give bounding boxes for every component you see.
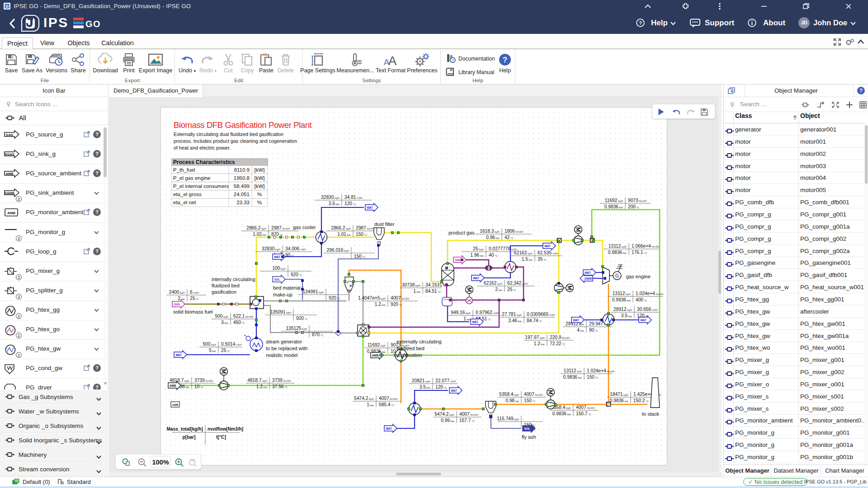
svg-text:585.4 °C: 585.4 °C xyxy=(379,402,394,407)
svg-text:gas engine: gas engine xyxy=(626,274,651,279)
svg-text:WAT: WAT xyxy=(175,353,182,357)
svg-text:120 °C: 120 °C xyxy=(344,201,356,206)
svg-text:115.749 kg/h: 115.749 kg/h xyxy=(497,416,519,421)
svg-text:197.97 kg/h: 197.97 kg/h xyxy=(525,335,545,340)
svg-text:AMB: AMB xyxy=(172,403,179,406)
svg-text:9073 Nm3/h: 9073 Nm3/h xyxy=(628,198,646,203)
svg-text:5 bar: 5 bar xyxy=(209,348,216,353)
svg-text:28912 kg/h: 28912 kg/h xyxy=(613,307,632,312)
svg-text:?: ? xyxy=(639,20,642,26)
svg-text:gas cooler: gas cooler xyxy=(293,225,316,230)
svg-text:4007 Nm3/h: 4007 Nm3/h xyxy=(576,405,594,410)
svg-text:4007 Nm3/h: 4007 Nm3/h xyxy=(459,412,478,417)
svg-text:11692 kg/h: 11692 kg/h xyxy=(605,198,623,203)
svg-text:eta_el net: eta_el net xyxy=(173,200,196,205)
svg-text:27.781 kg/h: 27.781 kg/h xyxy=(502,312,522,317)
svg-text:135125 kg/h: 135125 kg/h xyxy=(286,326,307,331)
svg-text:8110.9: 8110.9 xyxy=(234,167,250,173)
svg-text:176.1 °C: 176.1 °C xyxy=(632,250,647,255)
svg-text:4007 Nm3/h: 4007 Nm3/h xyxy=(391,296,409,300)
svg-text:1950.8: 1950.8 xyxy=(234,175,250,181)
svg-text:0.5014 m3/h: 0.5014 m3/h xyxy=(221,342,242,347)
svg-text:5474.2 kg/h: 5474.2 kg/h xyxy=(354,396,374,401)
svg-text:WAT: WAT xyxy=(367,206,373,209)
svg-text:32830 kg/h: 32830 kg/h xyxy=(262,246,280,251)
svg-text:WAT: WAT xyxy=(451,389,457,392)
svg-text:1 bar: 1 bar xyxy=(413,289,420,294)
svg-text:30.656 m3/h: 30.656 m3/h xyxy=(637,307,658,312)
svg-text:internally circulating: internally circulating xyxy=(212,277,255,282)
svg-text:AMB: AMB xyxy=(372,354,379,357)
svg-text:1.2 bar: 1.2 bar xyxy=(256,384,267,389)
svg-text:P_el gas engine: P_el gas engine xyxy=(173,175,210,181)
svg-text:4818.7 kg/h: 4818.7 kg/h xyxy=(170,378,189,383)
svg-text:1618.3 kg/h: 1618.3 kg/h xyxy=(480,229,500,234)
svg-text:0.0309665 m3/h: 0.0309665 m3/h xyxy=(527,312,555,317)
svg-text:XGAS: XGAS xyxy=(5,152,14,156)
svg-text:0.9836 bar: 0.9836 bar xyxy=(552,411,571,416)
svg-text:296.016 kg/h: 296.016 kg/h xyxy=(327,248,349,253)
svg-text:fluidized bed: fluidized bed xyxy=(212,283,240,288)
svg-text:0.96 bar: 0.96 bar xyxy=(486,235,500,240)
svg-text:2400 kg/h: 2400 kg/h xyxy=(169,290,185,295)
svg-text:0.98 bar: 0.98 bar xyxy=(505,398,519,403)
svg-text:920 °C: 920 °C xyxy=(391,302,402,307)
svg-text:90 °C: 90 °C xyxy=(285,253,294,258)
svg-text:84.51 °C: 84.51 °C xyxy=(425,289,441,294)
svg-text:WAT: WAT xyxy=(472,320,478,324)
svg-text:0.9836 bar: 0.9836 bar xyxy=(610,398,628,403)
svg-text:0.9836 bar: 0.9836 bar xyxy=(563,375,582,380)
svg-text:1806 Nm3/h: 1806 Nm3/h xyxy=(505,229,523,234)
svg-text:Externally circulating dual fl: Externally circulating dual fluidized be… xyxy=(174,131,283,137)
svg-text:A: A xyxy=(388,54,397,66)
svg-text:0.97962 m3/h: 0.97962 m3/h xyxy=(476,310,499,315)
svg-text:3739 Nm3/h: 3739 Nm3/h xyxy=(194,378,213,383)
svg-text:34.006 m3/h: 34.006 m3/h xyxy=(285,246,306,251)
svg-text:200 °C: 200 °C xyxy=(628,204,639,209)
svg-text:25 °C: 25 °C xyxy=(190,296,198,301)
svg-text:40 °C: 40 °C xyxy=(489,253,497,258)
svg-text:%: % xyxy=(257,200,262,205)
svg-text:135091 kg/h: 135091 kg/h xyxy=(270,310,291,314)
svg-text:150.2 °C: 150.2 °C xyxy=(633,398,649,403)
svg-text:make-up: make-up xyxy=(273,292,292,297)
svg-text:18471 kg/h: 18471 kg/h xyxy=(610,392,628,397)
svg-text:3.5 bar: 3.5 bar xyxy=(420,385,430,389)
svg-text:D: D xyxy=(5,4,8,9)
svg-text:t[°C]: t[°C] xyxy=(216,435,226,440)
svg-text:32830 kg/h: 32830 kg/h xyxy=(321,195,340,200)
svg-text:fly ash: fly ash xyxy=(522,434,536,440)
svg-text:%: % xyxy=(257,192,262,197)
svg-text:157.7 °C: 157.7 °C xyxy=(459,418,475,423)
svg-text:bed material: bed material xyxy=(273,285,301,291)
svg-text:process. Includes product gas: process. Includes product gas cleaning a… xyxy=(174,138,297,144)
svg-text:[kW]: [kW] xyxy=(255,183,265,189)
svg-text:combustion: combustion xyxy=(396,352,422,358)
svg-text:G: G xyxy=(615,273,619,278)
svg-text:34.81 m3/h: 34.81 m3/h xyxy=(344,195,363,200)
svg-text:220.9 Nm3/h: 220.9 Nm3/h xyxy=(550,335,570,340)
svg-text:150 °C: 150 °C xyxy=(354,254,365,259)
svg-text:2987 Nm3/h: 2987 Nm3/h xyxy=(271,225,290,230)
svg-text:WAT: WAT xyxy=(274,255,280,258)
svg-text:0.9936 bar: 0.9936 bar xyxy=(612,297,631,302)
svg-text:62.342 m3/h: 62.342 m3/h xyxy=(507,281,528,286)
svg-text:3739 Nm3/h: 3739 Nm3/h xyxy=(272,378,291,383)
svg-text:150 °C: 150 °C xyxy=(524,398,535,403)
svg-text:WAT: WAT xyxy=(386,427,392,430)
svg-text:3.5 bar: 3.5 bar xyxy=(329,201,340,206)
svg-text:1.96 bar: 1.96 bar xyxy=(470,253,484,258)
svg-text:AMB: AMB xyxy=(5,172,14,176)
svg-text:eta_el gross: eta_el gross xyxy=(173,192,202,197)
svg-text:0.9836 bar: 0.9836 bar xyxy=(608,250,627,255)
svg-text:62.535 m3/h: 62.535 m3/h xyxy=(538,250,558,255)
svg-text:WAT: WAT xyxy=(544,244,551,248)
svg-text:2 bar: 2 bar xyxy=(495,287,502,292)
svg-text:13112 kg/h: 13112 kg/h xyxy=(564,368,582,373)
svg-text:?: ? xyxy=(452,58,454,62)
svg-text:500 kg/h: 500 kg/h xyxy=(203,342,216,347)
svg-text:KG: KG xyxy=(357,61,362,64)
svg-text:22.077 m3/h: 22.077 m3/h xyxy=(435,378,456,383)
svg-text:?: ? xyxy=(503,56,507,64)
svg-text:1.01 bar: 1.01 bar xyxy=(337,232,351,237)
